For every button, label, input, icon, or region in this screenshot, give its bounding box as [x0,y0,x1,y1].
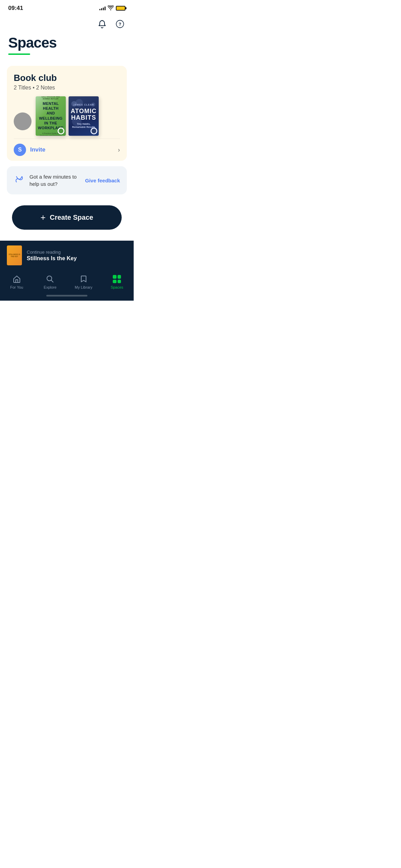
home-bar [46,295,87,297]
plus-icon: + [40,212,46,223]
nav-item-my-library[interactable]: My Library [67,274,100,289]
status-time: 09:41 [8,5,23,12]
invite-row[interactable]: S Invite › [14,138,120,161]
help-button[interactable]: ? [113,17,127,31]
continue-book-title: Stillness Is the Key [27,255,77,262]
search-icon [45,274,55,284]
continue-reading-bar[interactable]: STILLNESS IS THE KEY Continue reading St… [0,241,134,270]
notification-button[interactable] [95,17,109,31]
books-row: Gill Hasson and Donna Butler MENTALHEALT… [36,96,99,136]
book-badge-2 [90,128,97,134]
page-title-section: Spaces [0,34,134,60]
battery-icon [116,6,125,11]
book-cover-mental-health[interactable]: Gill Hasson and Donna Butler MENTALHEALT… [36,96,66,136]
nav-item-explore[interactable]: Explore [34,274,67,289]
give-feedback-button[interactable]: Give feedback [85,178,120,183]
nav-label-explore: Explore [44,285,57,289]
header-actions: ? [0,14,134,34]
nav-label-my-library: My Library [75,285,92,289]
title-underline [8,53,30,55]
invite-avatar: S [14,144,26,156]
nav-label-for-you: For You [10,285,23,289]
continue-reading-label: Continue reading [27,250,77,255]
svg-text:?: ? [119,22,121,27]
home-indicator [0,292,134,301]
invite-label: Invite [30,146,118,153]
svg-point-0 [102,20,103,21]
member-avatar [14,112,32,130]
nav-label-spaces: Spaces [111,285,123,289]
signal-icon [99,6,106,10]
nav-item-for-you[interactable]: For You [0,274,34,289]
create-space-label: Create Space [50,214,93,221]
wifi-icon [108,5,114,11]
status-icons [99,5,125,11]
book-club-content: Gill Hasson and Donna Butler MENTALHEALT… [14,96,120,136]
feedback-question: Got a few minutes to help us out? [29,173,80,188]
continue-reading-info: Continue reading Stillness Is the Key [27,250,77,262]
feedback-card: Got a few minutes to help us out? Give f… [7,166,127,194]
status-bar: 09:41 [0,0,134,14]
feedback-icon [14,174,25,187]
nav-item-spaces[interactable]: Spaces [100,274,134,289]
book-club-meta: 2 Titles • 2 Notes [14,85,120,91]
bottom-nav: For You Explore My Library Spaces [0,270,134,292]
spaces-grid-icon [112,274,122,284]
home-icon [12,274,22,284]
create-space-button[interactable]: + Create Space [12,205,122,230]
continue-book-thumbnail: STILLNESS IS THE KEY [7,245,22,265]
book-club-card: Book club 2 Titles • 2 Notes Gill Hasson… [7,66,127,161]
book-cover-atomic-habits[interactable]: JAMES CLEAR ATOMICHABITS Tiny Habits,Rem… [69,96,99,136]
bookmark-icon [79,274,88,284]
chevron-right-icon: › [118,146,120,154]
page-title: Spaces [8,35,125,51]
book-club-title: Book club [14,73,120,83]
